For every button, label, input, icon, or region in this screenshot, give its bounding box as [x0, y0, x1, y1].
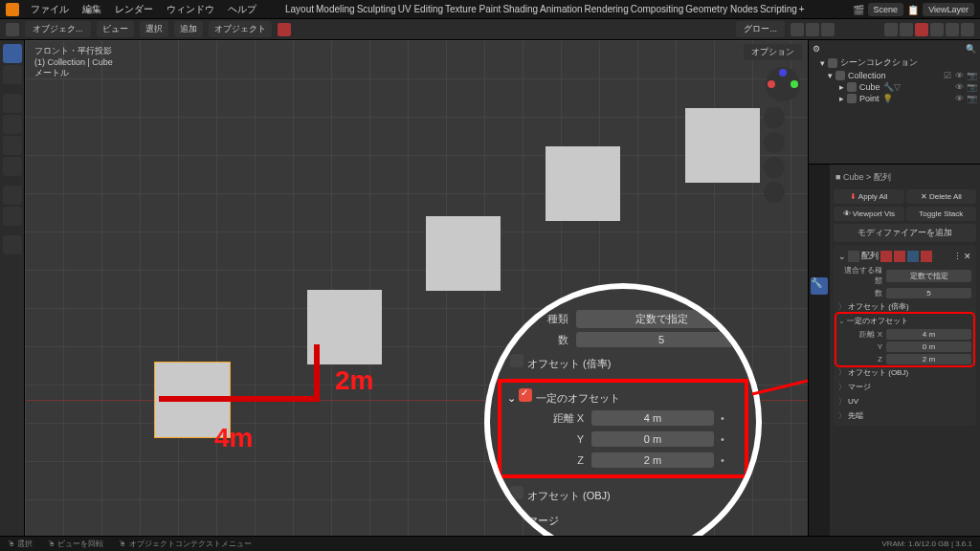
tool-measure[interactable]: [3, 207, 22, 226]
sec-uv[interactable]: 〉UV: [836, 394, 973, 408]
mode-dropdown[interactable]: オブジェク...: [25, 21, 91, 37]
prop-particles[interactable]: [811, 296, 828, 313]
nav-persp[interactable]: [764, 182, 785, 203]
add-workspace[interactable]: +: [799, 4, 805, 14]
prop-render[interactable]: [811, 168, 828, 186]
workspace-layout[interactable]: Layout: [285, 4, 314, 14]
const-y-val[interactable]: 0 m: [886, 342, 971, 352]
btn-delete-all[interactable]: ✕ Delete All: [906, 189, 977, 204]
btn-toggle-stack[interactable]: Toggle Stack: [906, 207, 977, 221]
gizmo-icon[interactable]: [278, 23, 291, 36]
outliner-search-icon[interactable]: 🔍: [966, 44, 976, 54]
btn-viewport-vis[interactable]: 👁 Viewport Vis: [834, 207, 904, 221]
btn-apply-all[interactable]: ⬇ Apply All: [834, 189, 904, 204]
viewport-options[interactable]: オプション: [744, 44, 802, 60]
shading-matprev-icon[interactable]: [946, 23, 959, 36]
workspace-geo[interactable]: Geometry Nodes: [685, 4, 758, 14]
mag-x-anim[interactable]: •: [714, 412, 731, 424]
menu-file[interactable]: ファイル: [25, 0, 75, 19]
workspace-script[interactable]: Scripting: [760, 4, 797, 14]
viewlayer-field[interactable]: ViewLayer: [923, 3, 974, 16]
mod-edit-icon[interactable]: [894, 251, 905, 262]
prop-material[interactable]: [811, 368, 828, 386]
mag-count-val[interactable]: 5: [576, 332, 746, 347]
mod-realtime-icon[interactable]: [880, 251, 892, 262]
prop-modifier[interactable]: 🔧: [811, 277, 828, 295]
orientation-dropdown[interactable]: グロー...: [736, 21, 785, 37]
mag-relative-check[interactable]: [510, 354, 523, 367]
workspace-anim[interactable]: Animation: [540, 4, 582, 14]
outliner-filter-icon[interactable]: ⚙: [813, 44, 820, 54]
mod-close-icon[interactable]: ✕: [964, 252, 971, 261]
sec-relative[interactable]: 〉オフセット (倍率): [836, 299, 973, 314]
header-object[interactable]: オブジェクト: [209, 21, 272, 37]
tool-select[interactable]: [3, 44, 22, 63]
overlay-icon[interactable]: [884, 23, 898, 36]
mag-y-anim[interactable]: •: [714, 433, 731, 445]
mag-z-val[interactable]: 2 m: [591, 452, 714, 468]
const-z-val[interactable]: 2 m: [886, 354, 971, 364]
sec-cap[interactable]: 〉先端: [836, 408, 973, 423]
workspace-modeling[interactable]: Modeling: [316, 4, 355, 14]
viewport-3d[interactable]: 4m 2m フロント・平行投影 (1) Collection | Cube メー…: [25, 40, 808, 536]
nav-gizmo[interactable]: [764, 65, 802, 103]
prop-output[interactable]: [811, 187, 828, 204]
prop-object[interactable]: [811, 259, 828, 276]
scene-field[interactable]: Scene: [868, 3, 904, 16]
header-add[interactable]: 追加: [174, 21, 203, 37]
mag-constant-check[interactable]: [519, 388, 532, 402]
outliner[interactable]: ⚙🔍 ▾シーンコレクション ▾Collection☑👁📷 ▸Cube🔧▽👁📷 ▸…: [809, 40, 980, 165]
mag-obj-check[interactable]: [510, 486, 523, 499]
prop-data[interactable]: [811, 350, 828, 367]
mod-cage-icon[interactable]: [907, 251, 919, 262]
tool-scale[interactable]: [3, 136, 22, 155]
workspace-comp[interactable]: Compositing: [631, 4, 684, 14]
mod-extras-icon[interactable]: ⋮: [953, 252, 962, 261]
count-val[interactable]: 5: [886, 288, 971, 298]
prop-scene[interactable]: [811, 223, 828, 240]
workspace-shading[interactable]: Shading: [502, 4, 538, 14]
sec-merge[interactable]: 〉マージ: [836, 380, 973, 394]
header-select[interactable]: 選択: [140, 21, 168, 37]
prop-world[interactable]: [811, 241, 828, 258]
menu-window[interactable]: ウィンドウ: [161, 0, 220, 19]
menu-render[interactable]: レンダー: [109, 0, 159, 19]
const-x-val[interactable]: 4 m: [886, 329, 971, 340]
modifier-header[interactable]: ⌄ 配列 ⋮ ✕: [836, 248, 973, 264]
mag-z-anim[interactable]: •: [714, 454, 731, 466]
editor-icon[interactable]: [6, 23, 19, 36]
mag-x-val[interactable]: 4 m: [591, 410, 714, 426]
tool-rotate[interactable]: [3, 115, 22, 134]
mod-render-icon[interactable]: [921, 251, 932, 262]
prop-viewlayer[interactable]: [811, 205, 828, 222]
tool-cursor[interactable]: [3, 65, 22, 84]
shading-wire-icon[interactable]: [930, 23, 944, 36]
xray-icon[interactable]: [900, 23, 913, 36]
fit-type-val[interactable]: 定数で指定: [886, 270, 971, 282]
menu-edit[interactable]: 編集: [77, 0, 107, 19]
nav-zoom[interactable]: [764, 107, 785, 128]
prop-texture[interactable]: [811, 386, 828, 404]
tool-move[interactable]: [3, 94, 22, 113]
shading-rendered-icon[interactable]: [961, 23, 974, 36]
workspace-sculpting[interactable]: Sculpting: [357, 4, 396, 14]
cube-instance-0[interactable]: [155, 363, 230, 437]
nav-camera[interactable]: [764, 157, 785, 178]
nav-pan[interactable]: [764, 132, 785, 153]
workspace-uv[interactable]: UV Editing: [398, 4, 443, 14]
sec-constant[interactable]: ⌄一定のオフセット: [836, 314, 973, 328]
propedit-icon[interactable]: [821, 23, 835, 36]
mag-y-val[interactable]: 0 m: [591, 431, 714, 447]
header-view[interactable]: ビュー: [97, 21, 134, 37]
workspace-texpaint[interactable]: Texture Paint: [445, 4, 501, 14]
tool-annotate[interactable]: [3, 186, 22, 205]
prop-constraints[interactable]: [811, 332, 828, 349]
pivot-icon[interactable]: [791, 23, 804, 36]
tool-transform[interactable]: [3, 157, 22, 176]
sec-obj[interactable]: 〉オフセット (OBJ): [836, 365, 973, 380]
workspace-render[interactable]: Rendering: [585, 4, 629, 14]
prop-physics[interactable]: [811, 314, 828, 331]
menu-help[interactable]: ヘルプ: [222, 0, 262, 19]
tool-addcube[interactable]: [3, 235, 22, 254]
add-modifier-dropdown[interactable]: モディファイアーを追加: [834, 224, 976, 242]
